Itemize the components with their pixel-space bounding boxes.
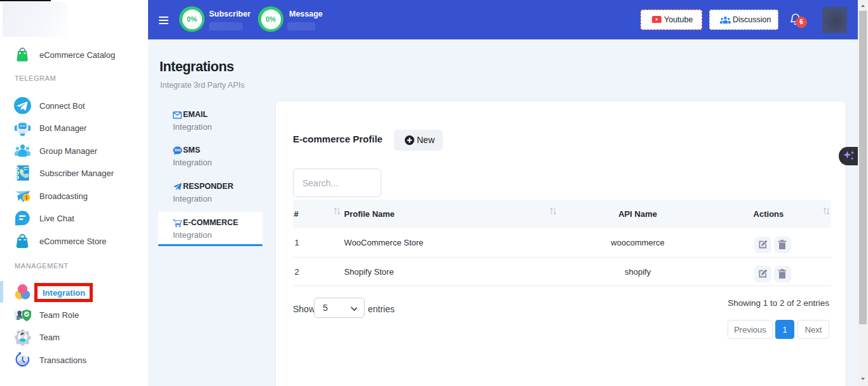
svg-text:SMS: SMS (175, 149, 181, 152)
